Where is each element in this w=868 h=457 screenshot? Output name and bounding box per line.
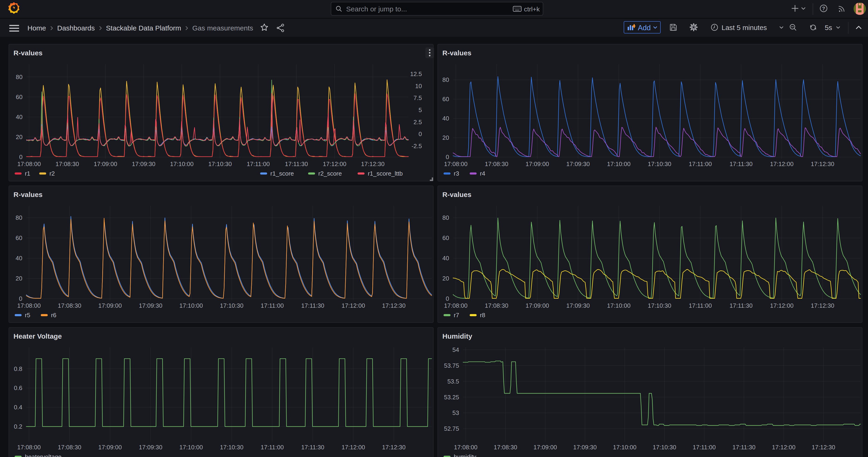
svg-text:r6: r6 bbox=[51, 312, 56, 318]
svg-text:17:11:30: 17:11:30 bbox=[730, 160, 752, 167]
svg-text:17:09:30: 17:09:30 bbox=[566, 160, 590, 167]
svg-text:60: 60 bbox=[442, 96, 449, 102]
svg-text:80: 80 bbox=[16, 214, 22, 221]
svg-text:17:09:00: 17:09:00 bbox=[98, 444, 122, 451]
svg-text:17:10:00: 17:10:00 bbox=[180, 444, 203, 451]
svg-text:17:08:30: 17:08:30 bbox=[58, 444, 81, 451]
svg-text:r3: r3 bbox=[454, 170, 459, 177]
svg-text:17:08:30: 17:08:30 bbox=[494, 444, 517, 451]
svg-text:r2_score: r2_score bbox=[318, 170, 342, 177]
svg-text:53.25: 53.25 bbox=[444, 394, 459, 401]
svg-text:r7: r7 bbox=[454, 312, 459, 318]
svg-text:10: 10 bbox=[415, 83, 422, 90]
svg-text:17:11:00: 17:11:00 bbox=[260, 444, 284, 451]
svg-text:17:10:30: 17:10:30 bbox=[220, 444, 243, 451]
svg-text:17:12:00: 17:12:00 bbox=[341, 302, 365, 309]
svg-text:17:08:30: 17:08:30 bbox=[485, 302, 508, 309]
svg-text:heatervoltage: heatervoltage bbox=[25, 453, 62, 457]
svg-text:53.5: 53.5 bbox=[447, 378, 459, 385]
svg-text:0: 0 bbox=[446, 153, 449, 160]
svg-text:r8: r8 bbox=[480, 312, 485, 318]
svg-text:17:08:00: 17:08:00 bbox=[17, 444, 41, 451]
svg-text:17:08:00: 17:08:00 bbox=[444, 160, 467, 167]
svg-text:17:11:00: 17:11:00 bbox=[689, 160, 712, 167]
svg-text:17:11:30: 17:11:30 bbox=[733, 444, 755, 451]
svg-text:17:11:00: 17:11:00 bbox=[693, 444, 716, 451]
svg-text:60: 60 bbox=[442, 235, 449, 241]
svg-text:R-values: R-values bbox=[13, 49, 42, 57]
svg-text:17:08:30: 17:08:30 bbox=[58, 302, 81, 309]
svg-text:17:10:30: 17:10:30 bbox=[648, 160, 671, 167]
svg-text:r1: r1 bbox=[25, 170, 30, 177]
svg-text:R-values: R-values bbox=[13, 191, 42, 199]
svg-text:17:12:30: 17:12:30 bbox=[361, 160, 384, 167]
svg-text:20: 20 bbox=[16, 133, 23, 141]
svg-text:0.6: 0.6 bbox=[14, 385, 22, 391]
svg-text:17:09:00: 17:09:00 bbox=[98, 302, 122, 309]
svg-text:7.5: 7.5 bbox=[413, 94, 422, 101]
svg-text:17:08:00: 17:08:00 bbox=[454, 444, 477, 451]
svg-text:17:09:00: 17:09:00 bbox=[526, 302, 549, 309]
svg-text:17:10:00: 17:10:00 bbox=[180, 302, 203, 309]
svg-text:80: 80 bbox=[442, 76, 449, 83]
svg-text:0.4: 0.4 bbox=[14, 404, 22, 411]
svg-text:17:08:00: 17:08:00 bbox=[444, 302, 467, 309]
svg-text:54: 54 bbox=[453, 346, 459, 353]
svg-text:17:09:30: 17:09:30 bbox=[139, 444, 162, 451]
svg-text:R-values: R-values bbox=[442, 191, 471, 199]
svg-text:17:12:00: 17:12:00 bbox=[770, 160, 794, 167]
svg-text:17:12:00: 17:12:00 bbox=[772, 444, 796, 451]
svg-text:17:11:00: 17:11:00 bbox=[260, 302, 284, 309]
svg-text:17:11:30: 17:11:30 bbox=[301, 302, 324, 309]
svg-text:17:10:00: 17:10:00 bbox=[170, 160, 194, 167]
svg-text:17:10:30: 17:10:30 bbox=[208, 160, 232, 167]
svg-text:Humidity: Humidity bbox=[442, 332, 472, 340]
svg-text:17:11:30: 17:11:30 bbox=[730, 302, 752, 309]
svg-text:17:11:30: 17:11:30 bbox=[301, 444, 324, 451]
svg-text:40: 40 bbox=[442, 115, 449, 122]
svg-text:52.75: 52.75 bbox=[444, 425, 459, 432]
svg-text:r1_score_lttb: r1_score_lttb bbox=[368, 170, 403, 177]
svg-text:17:09:30: 17:09:30 bbox=[139, 302, 162, 309]
svg-text:17:09:00: 17:09:00 bbox=[526, 160, 549, 167]
svg-text:17:08:30: 17:08:30 bbox=[56, 160, 79, 167]
svg-text:20: 20 bbox=[442, 275, 449, 282]
svg-text:r1_score: r1_score bbox=[270, 170, 294, 177]
svg-text:r2: r2 bbox=[50, 170, 55, 177]
svg-text:17:10:30: 17:10:30 bbox=[653, 444, 676, 451]
svg-text:0: 0 bbox=[19, 153, 23, 160]
svg-text:Heater Voltage: Heater Voltage bbox=[13, 332, 62, 340]
svg-text:17:10:30: 17:10:30 bbox=[648, 302, 671, 309]
svg-text:r4: r4 bbox=[480, 170, 485, 177]
svg-text:40: 40 bbox=[16, 255, 22, 262]
svg-text:r5: r5 bbox=[25, 312, 30, 318]
svg-text:17:11:30: 17:11:30 bbox=[285, 160, 308, 167]
svg-text:20: 20 bbox=[442, 134, 449, 141]
svg-text:17:11:00: 17:11:00 bbox=[689, 302, 712, 309]
svg-text:17:09:00: 17:09:00 bbox=[533, 444, 557, 451]
svg-text:R-values: R-values bbox=[442, 49, 471, 57]
svg-text:0: 0 bbox=[446, 295, 449, 302]
svg-text:17:12:30: 17:12:30 bbox=[382, 444, 406, 451]
svg-text:17:09:00: 17:09:00 bbox=[94, 160, 117, 167]
svg-text:17:08:00: 17:08:00 bbox=[17, 160, 41, 167]
svg-text:17:11:00: 17:11:00 bbox=[247, 160, 270, 167]
svg-text:17:10:30: 17:10:30 bbox=[220, 302, 243, 309]
svg-text:60: 60 bbox=[16, 93, 23, 100]
svg-text:0.8: 0.8 bbox=[14, 365, 22, 372]
svg-text:17:10:00: 17:10:00 bbox=[613, 444, 637, 451]
svg-text:17:12:30: 17:12:30 bbox=[382, 302, 406, 309]
svg-text:12.5: 12.5 bbox=[410, 70, 422, 78]
svg-text:80: 80 bbox=[442, 214, 449, 221]
svg-text:17:08:30: 17:08:30 bbox=[485, 160, 508, 167]
svg-text:40: 40 bbox=[442, 255, 449, 262]
svg-text:17:12:00: 17:12:00 bbox=[323, 160, 346, 167]
svg-text:-2.5: -2.5 bbox=[411, 143, 422, 150]
svg-text:humidity: humidity bbox=[454, 453, 476, 457]
svg-text:5: 5 bbox=[418, 106, 422, 114]
svg-text:?: ? bbox=[822, 6, 825, 11]
svg-text:80: 80 bbox=[16, 73, 23, 81]
svg-text:17:12:00: 17:12:00 bbox=[770, 302, 794, 309]
svg-text:2.5: 2.5 bbox=[413, 119, 422, 126]
svg-text:17:09:30: 17:09:30 bbox=[566, 302, 590, 309]
